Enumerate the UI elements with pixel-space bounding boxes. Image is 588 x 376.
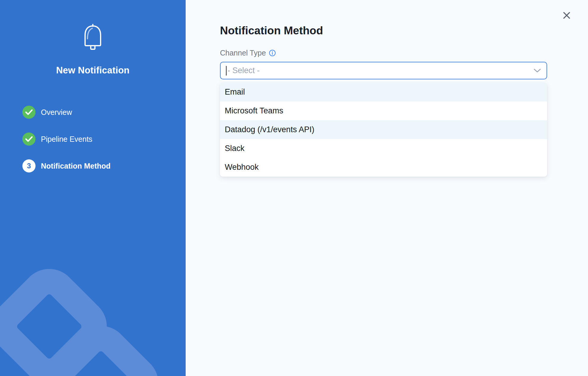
step-label: Notification Method bbox=[41, 162, 110, 170]
combobox-placeholder: - Select - bbox=[227, 66, 260, 75]
option-datadog[interactable]: Datadog (/v1/events API) bbox=[220, 120, 547, 139]
chevron-down-icon[interactable] bbox=[533, 68, 541, 73]
page-title: Notification Method bbox=[220, 24, 323, 37]
step-notification-method[interactable]: 3 Notification Method bbox=[22, 159, 110, 172]
notification-method-panel: Notification Method Channel Type - Selec… bbox=[186, 0, 588, 376]
channel-type-label: Channel Type bbox=[220, 49, 266, 57]
close-icon bbox=[563, 11, 571, 19]
channel-type-label-row: Channel Type bbox=[220, 49, 276, 57]
wizard-title: New Notification bbox=[0, 65, 186, 76]
close-button[interactable] bbox=[561, 10, 572, 21]
info-icon[interactable] bbox=[269, 50, 276, 56]
channel-type-combobox[interactable]: - Select - bbox=[220, 62, 547, 79]
wizard-steps: Overview Pipeline Events 3 Notification … bbox=[22, 106, 110, 186]
text-cursor bbox=[226, 66, 227, 75]
check-circle-icon bbox=[22, 106, 36, 119]
step-pipeline-events[interactable]: Pipeline Events bbox=[22, 132, 110, 146]
option-microsoft-teams[interactable]: Microsoft Teams bbox=[220, 101, 547, 120]
channel-type-dropdown: Email Microsoft Teams Datadog (/v1/event… bbox=[220, 83, 547, 177]
option-webhook[interactable]: Webhook bbox=[220, 158, 547, 177]
option-email[interactable]: Email bbox=[220, 83, 547, 101]
check-circle-icon bbox=[22, 132, 36, 146]
step-overview[interactable]: Overview bbox=[22, 106, 110, 119]
wizard-sidebar: New Notification Overview Pipeline Event… bbox=[0, 0, 186, 376]
step-label: Pipeline Events bbox=[41, 135, 92, 144]
logo-watermark bbox=[0, 0, 186, 376]
option-slack[interactable]: Slack bbox=[220, 139, 547, 158]
step-label: Overview bbox=[41, 108, 72, 117]
bell-icon bbox=[81, 23, 105, 53]
step-number-badge: 3 bbox=[22, 159, 36, 172]
